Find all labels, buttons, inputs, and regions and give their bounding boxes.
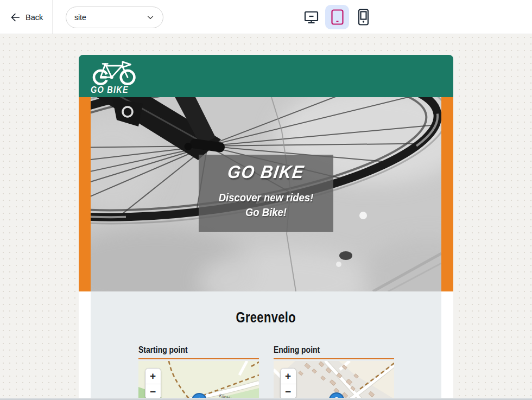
arrow-left-icon — [9, 11, 21, 23]
starting-point-label: Starting point — [138, 345, 259, 359]
ending-map-zoom-control: + − — [280, 368, 296, 399]
maps-row: Starting point — [91, 345, 441, 400]
zoom-out-button[interactable]: − — [145, 384, 161, 399]
hero-tagline-line1: Discover new rides! — [207, 190, 325, 205]
section-title: Greenvelo — [91, 309, 441, 326]
site-logo[interactable]: GO BIKE — [91, 61, 141, 96]
site-body: Greenvelo Starting point — [79, 291, 453, 400]
toolbar-divider — [52, 0, 53, 34]
hero-tagline: Discover new rides! Go Bike! — [207, 190, 325, 220]
starting-point-column: Starting point — [138, 345, 259, 400]
tablet-preview-button[interactable] — [325, 5, 349, 29]
site-preview-frame: GO BIKE — [79, 55, 453, 400]
hero-photo: GO BIKE Discover new rides! Go Bike! — [91, 97, 441, 291]
hero-tagline-line2: Go Bike! — [207, 205, 325, 219]
tablet-icon — [328, 8, 346, 26]
zoom-out-button[interactable]: − — [281, 384, 296, 399]
chevron-down-icon — [145, 12, 155, 22]
mobile-icon — [354, 8, 372, 26]
hero-overlay: GO BIKE Discover new rides! Go Bike! — [199, 155, 333, 232]
device-preview-switcher — [299, 5, 375, 29]
preview-stage: GO BIKE — [0, 34, 532, 400]
mobile-preview-button[interactable] — [351, 5, 375, 29]
desktop-preview-button[interactable] — [299, 5, 323, 29]
ending-point-column: Ending point — [274, 345, 394, 400]
site-header: GO BIKE — [79, 55, 453, 97]
hero-title: GO BIKE — [202, 162, 330, 182]
site-logo-text: GO BIKE — [91, 85, 129, 96]
starting-map-zoom-control: + − — [145, 368, 161, 399]
zoom-in-button[interactable]: + — [281, 369, 296, 384]
zoom-in-button[interactable]: + — [145, 369, 161, 384]
ending-point-map[interactable]: Syluzyna + − — [274, 361, 394, 400]
page-select-dropdown[interactable]: site — [66, 7, 163, 28]
back-button[interactable]: Back — [9, 0, 43, 34]
hero-section: GO BIKE Discover new rides! Go Bike! — [79, 97, 453, 291]
window-bottom-edge — [0, 398, 532, 400]
ending-point-label: Ending point — [274, 345, 394, 359]
desktop-icon — [302, 8, 320, 26]
back-label: Back — [26, 13, 43, 22]
bicycle-logo-icon — [91, 61, 141, 86]
top-toolbar: Back site — [0, 0, 532, 34]
greenvelo-panel: Greenvelo Starting point — [91, 291, 441, 400]
page-select-value: site — [74, 13, 86, 22]
starting-point-map[interactable]: Klinkierowa + − — [138, 361, 259, 400]
